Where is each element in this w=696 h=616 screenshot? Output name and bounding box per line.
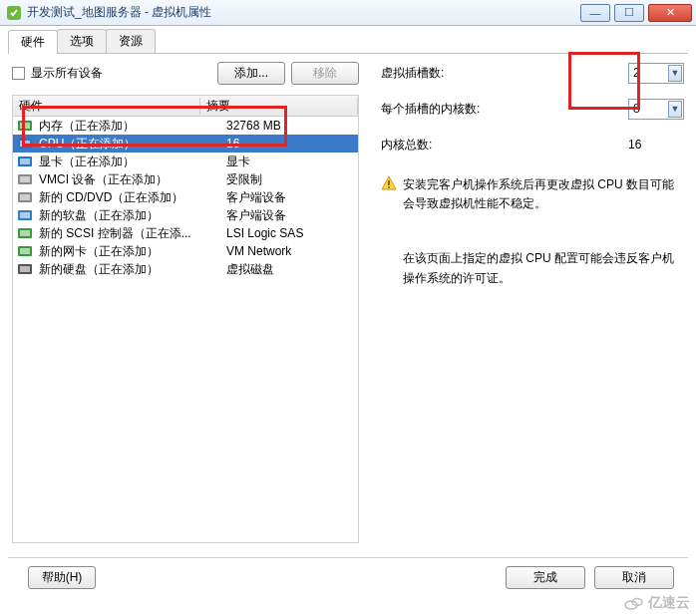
cores-label: 每个插槽的内核数: [381,101,530,118]
warning-text: 安装完客户机操作系统后再更改虚拟 CPU 数目可能会导致虚拟机性能不稳定。 [403,175,684,213]
sockets-label: 虚拟插槽数: [381,65,530,82]
table-row[interactable]: CPU（正在添加）16 [13,135,358,153]
device-icon [17,171,33,187]
add-button[interactable]: 添加... [217,62,285,85]
hardware-name: 新的 SCSI 控制器（正在添... [39,225,226,242]
svg-rect-4 [20,141,30,147]
svg-rect-16 [20,248,30,254]
hardware-name: CPU（正在添加） [39,136,226,153]
app-icon [6,5,22,21]
table-row[interactable]: 新的网卡（正在添加）VM Network [13,242,358,260]
device-icon [17,207,33,223]
table-row[interactable]: 内存（正在添加）32768 MB [13,117,358,135]
svg-rect-14 [20,230,30,236]
device-icon [17,136,33,152]
svg-rect-8 [20,176,30,182]
svg-rect-12 [20,212,30,218]
hardware-summary: 客户端设备 [226,207,286,224]
svg-rect-20 [388,186,390,188]
table-row[interactable]: 新的 SCSI 控制器（正在添...LSI Logic SAS [13,224,358,242]
titlebar: 开发测试_地图服务器 - 虚拟机属性 — ☐ ✕ [0,0,696,26]
total-cores-value: 16 [628,138,684,152]
svg-rect-10 [20,194,30,200]
tab-strip: 硬件 选项 资源 [8,32,688,54]
device-icon [17,189,33,205]
minimize-button[interactable]: — [580,4,610,22]
col-hardware[interactable]: 硬件 [13,98,200,115]
col-summary[interactable]: 摘要 [200,98,358,115]
svg-rect-6 [20,158,30,164]
device-icon [17,225,33,241]
note-text: 在该页面上指定的虚拟 CPU 配置可能会违反客户机操作系统的许可证。 [403,249,684,287]
finish-button[interactable]: 完成 [506,566,585,589]
svg-rect-19 [388,180,390,185]
hardware-summary: VM Network [226,244,291,258]
hardware-name: VMCI 设备（正在添加） [39,171,226,188]
remove-button: 移除 [291,62,359,85]
table-row[interactable]: 新的软盘（正在添加）客户端设备 [13,206,358,224]
hardware-name: 新的硬盘（正在添加） [39,261,226,278]
hardware-summary: 显卡 [226,154,250,170]
sockets-select[interactable]: 2 ▼ [628,63,684,84]
hardware-name: 新的 CD/DVD（正在添加） [39,189,226,206]
tab-resources[interactable]: 资源 [106,29,156,53]
warning-icon [381,175,397,191]
show-all-devices-label: 显示所有设备 [31,65,103,82]
total-cores-label: 内核总数: [381,137,530,154]
chevron-down-icon: ▼ [668,65,682,82]
hardware-summary: 16 [226,137,239,151]
tab-hardware[interactable]: 硬件 [8,30,58,54]
window-title: 开发测试_地图服务器 - 虚拟机属性 [27,4,580,21]
list-header: 硬件 摘要 [12,95,359,117]
device-icon [17,154,33,169]
watermark: 亿速云 [624,594,690,612]
hardware-summary: LSI Logic SAS [226,226,303,240]
table-row[interactable]: 显卡（正在添加）显卡 [13,153,358,170]
help-button[interactable]: 帮助(H) [28,566,96,589]
hardware-summary: 客户端设备 [226,189,286,206]
svg-rect-2 [20,123,30,129]
svg-rect-18 [20,266,30,272]
table-row[interactable]: VMCI 设备（正在添加）受限制 [13,170,358,188]
cancel-button[interactable]: 取消 [594,566,674,589]
hardware-name: 内存（正在添加） [39,118,226,135]
hardware-summary: 32768 MB [226,119,281,133]
tab-options[interactable]: 选项 [57,29,107,53]
cores-select[interactable]: 8 ▼ [628,99,684,120]
hardware-name: 新的网卡（正在添加） [39,243,226,260]
show-all-devices-checkbox[interactable] [12,67,25,80]
hardware-summary: 受限制 [226,171,262,188]
chevron-down-icon: ▼ [668,101,682,118]
hardware-name: 显卡（正在添加） [39,154,226,170]
maximize-button[interactable]: ☐ [614,4,644,22]
hardware-name: 新的软盘（正在添加） [39,207,226,224]
hardware-summary: 虚拟磁盘 [226,261,274,278]
table-row[interactable]: 新的 CD/DVD（正在添加）客户端设备 [13,188,358,206]
table-row[interactable]: 新的硬盘（正在添加）虚拟磁盘 [13,260,358,278]
device-icon [17,261,33,277]
hardware-list[interactable]: 内存（正在添加）32768 MBCPU（正在添加）16显卡（正在添加）显卡VMC… [12,117,359,543]
device-icon [17,118,33,134]
close-button[interactable]: ✕ [648,4,692,22]
device-icon [17,243,33,259]
